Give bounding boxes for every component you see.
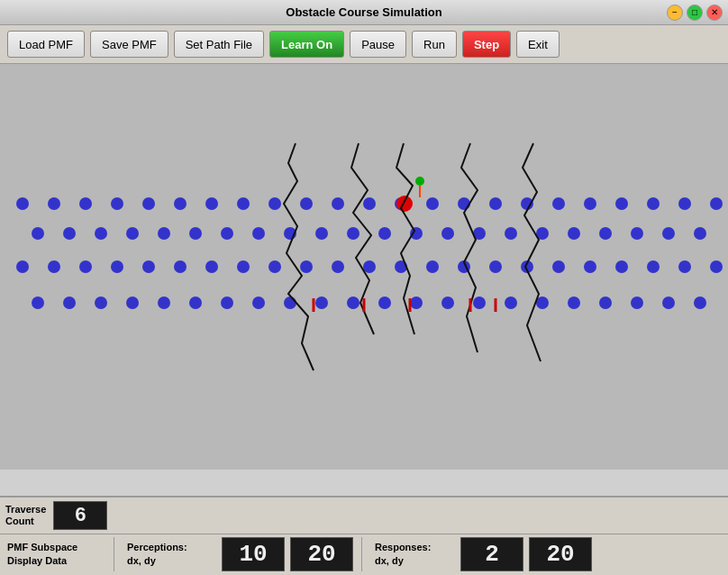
bottom-panel: TraverseCount 6 PMF SubspaceDisplay Data… xyxy=(0,496,728,575)
step-button[interactable]: Step xyxy=(462,31,511,58)
run-button[interactable]: Run xyxy=(412,31,457,58)
minimize-button[interactable]: − xyxy=(667,5,683,21)
title-bar: Obstacle Course Simulation − □ ✕ xyxy=(0,0,728,25)
simulation-area xyxy=(0,64,728,470)
pause-button[interactable]: Pause xyxy=(350,31,406,58)
maximize-button[interactable]: □ xyxy=(687,5,703,21)
learn-on-button[interactable]: Learn On xyxy=(269,31,344,58)
set-path-file-button[interactable]: Set Path File xyxy=(174,31,264,58)
traverse-count-display: 6 xyxy=(53,501,107,530)
load-pmf-button[interactable]: Load PMF xyxy=(7,31,85,58)
save-pmf-button[interactable]: Save PMF xyxy=(90,31,168,58)
response-val1-display: 2 xyxy=(460,537,523,571)
pmf-subspace-label: PMF SubspaceDisplay Data xyxy=(0,541,108,567)
sep2 xyxy=(361,537,362,571)
sep1 xyxy=(114,537,114,571)
perceptions-label: Perceptions:dx, dy xyxy=(120,541,219,567)
perception-val2-display: 20 xyxy=(290,537,353,571)
traverse-count-label: TraverseCount xyxy=(5,504,46,527)
toolbar: Load PMF Save PMF Set Path File Learn On… xyxy=(0,25,728,64)
window-controls[interactable]: − □ ✕ xyxy=(667,5,723,21)
traverse-row: TraverseCount 6 xyxy=(0,497,728,534)
exit-button[interactable]: Exit xyxy=(516,31,560,58)
close-button[interactable]: ✕ xyxy=(706,5,723,21)
data-row: PMF SubspaceDisplay Data Perceptions:dx,… xyxy=(0,534,728,573)
responses-label: Responses:dx, dy xyxy=(368,541,458,567)
response-val2-display: 20 xyxy=(529,537,592,571)
simulation-canvas xyxy=(0,64,728,470)
perception-val1-display: 10 xyxy=(222,537,285,571)
window-title: Obstacle Course Simulation xyxy=(286,5,441,19)
